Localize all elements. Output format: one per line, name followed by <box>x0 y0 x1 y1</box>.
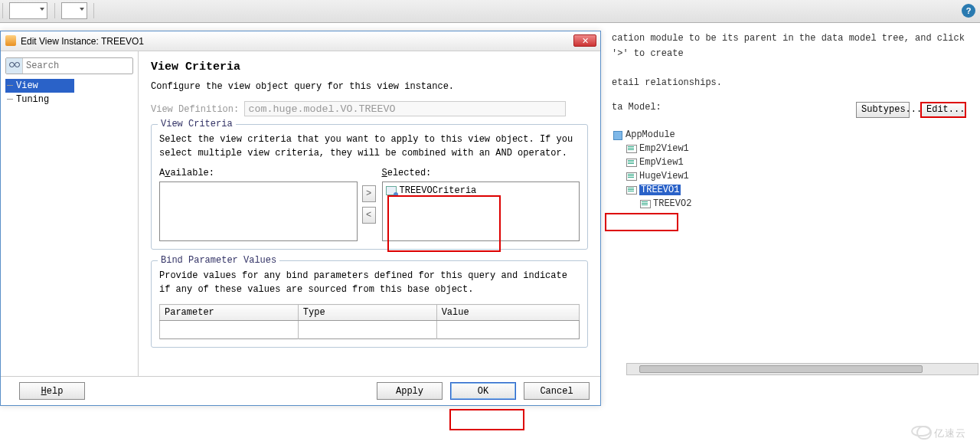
available-column: Available: <box>159 168 358 241</box>
binoculars-icon <box>6 58 23 74</box>
view-icon <box>626 171 638 181</box>
toolbar-separator <box>2 3 3 18</box>
data-model-row: ta Model: Subtypes... Edit... <box>612 102 969 120</box>
toolbar-layout-dropdown[interactable] <box>61 2 87 19</box>
parameter-table[interactable]: Parameter Type Value <box>159 304 580 339</box>
data-model-label: ta Model: <box>612 102 662 113</box>
tree-item[interactable]: HugeView1 <box>612 169 969 183</box>
edit-button[interactable]: Edit... <box>920 102 966 118</box>
dialog-footer: Help Apply OK Cancel <box>1 376 600 405</box>
main-toolbar: ? <box>0 0 980 23</box>
view-icon <box>626 143 638 154</box>
move-right-button[interactable]: > <box>362 185 376 202</box>
move-left-button[interactable]: < <box>362 207 376 224</box>
toolbar-separator <box>93 3 94 18</box>
dialog-title-text: Edit View Instance: TREEVO1 <box>21 36 144 47</box>
tree-item[interactable]: Emp2View1 <box>612 142 969 155</box>
subtypes-button[interactable]: Subtypes... <box>856 102 910 118</box>
ok-button[interactable]: OK <box>450 382 516 400</box>
available-listbox[interactable] <box>159 181 358 241</box>
shuttle-control: Available: > < Selected: TREEVOCriteria <box>159 168 580 241</box>
tree-item-selected[interactable]: TREEVO1 <box>612 183 969 197</box>
apply-button[interactable]: Apply <box>377 382 443 400</box>
watermark: 亿速云 <box>911 426 966 440</box>
toolbar-separator <box>54 3 55 18</box>
fieldset-legend: Bind Parameter Values <box>158 255 279 266</box>
available-label: Available: <box>159 168 358 178</box>
view-definition-label: View Definition: <box>151 104 239 115</box>
dialog-titlebar[interactable]: Edit View Instance: TREEVO1 ✕ <box>1 31 600 51</box>
tree-item[interactable]: TREEVO2 <box>612 197 969 211</box>
table-row[interactable] <box>160 321 580 339</box>
search-input[interactable] <box>23 60 122 71</box>
sidebar-nav: View Criteria Tuning <box>5 79 133 106</box>
col-value[interactable]: Value <box>436 305 579 321</box>
fieldset-legend: View Criteria <box>158 119 236 129</box>
dialog-body: View Criteria Tuning View Criteria Confi… <box>1 51 600 376</box>
horizontal-scrollbar[interactable] <box>626 363 978 375</box>
scrollbar-thumb[interactable] <box>639 365 923 373</box>
background-editor: cation module to be its parent in the da… <box>601 23 980 448</box>
selected-label: Selected: <box>382 168 580 178</box>
annotation-box <box>605 213 678 231</box>
sidebar-item-tuning[interactable]: Tuning <box>5 93 133 106</box>
sidebar-item-view-criteria[interactable]: View Criteria <box>5 79 74 93</box>
col-parameter[interactable]: Parameter <box>160 305 299 321</box>
dialog-app-icon <box>5 35 16 46</box>
edit-view-instance-dialog: Edit View Instance: TREEVO1 ✕ View Crite… <box>0 31 601 406</box>
fieldset-info: Provide values for any bind parameters d… <box>159 269 580 296</box>
view-criteria-fieldset: View Criteria Select the view criteria t… <box>151 124 588 250</box>
data-model-tree[interactable]: AppModule Emp2View1 EmpView1 HugeView1 T… <box>612 128 969 211</box>
cancel-button[interactable]: Cancel <box>524 382 590 400</box>
col-type[interactable]: Type <box>298 305 436 321</box>
viewcriteria-icon <box>386 186 397 195</box>
list-item[interactable]: TREEVOCriteria <box>386 185 577 196</box>
view-definition-field <box>244 101 566 116</box>
dialog-sidebar: View Criteria Tuning <box>1 51 139 376</box>
annotation-box <box>449 409 524 430</box>
hint-text: cation module to be its parent in the da… <box>612 31 969 62</box>
fieldset-info: Select the view criteria that you want t… <box>159 132 580 160</box>
dialog-main: View Criteria Configure the view object … <box>139 51 600 376</box>
view-icon <box>626 185 638 195</box>
help-button[interactable]: Help <box>19 382 85 400</box>
tree-item[interactable]: EmpView1 <box>612 155 969 169</box>
view-icon <box>626 157 638 168</box>
close-icon[interactable]: ✕ <box>573 34 596 47</box>
help-icon[interactable]: ? <box>962 4 975 18</box>
hint-text-2: etail relationships. <box>612 77 969 88</box>
bind-parameter-fieldset: Bind Parameter Values Provide values for… <box>151 260 588 348</box>
page-description: Configure the view object query for this… <box>151 81 588 92</box>
search-box[interactable] <box>5 57 133 74</box>
view-definition-row: View Definition: <box>151 101 588 116</box>
view-icon <box>639 198 652 209</box>
page-heading: View Criteria <box>151 60 588 74</box>
annotation-box <box>387 195 501 252</box>
shuttle-buttons: > < <box>362 168 377 241</box>
appmodule-icon <box>612 129 624 140</box>
toolbar-dropdown[interactable] <box>9 2 47 19</box>
tree-root[interactable]: AppModule <box>612 128 969 142</box>
